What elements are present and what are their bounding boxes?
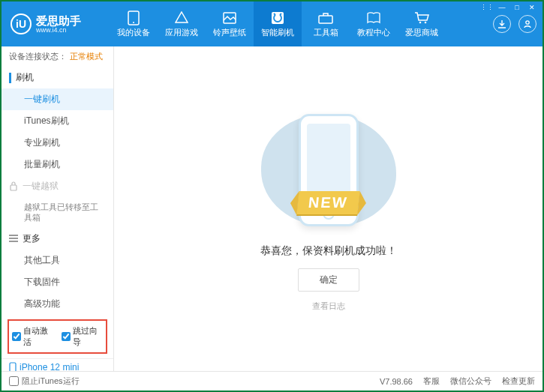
- checkbox-label: 阻止iTunes运行: [22, 376, 80, 387]
- section-more[interactable]: 更多: [2, 228, 113, 250]
- lock-icon: [9, 181, 18, 191]
- checkbox-skip-guide[interactable]: 跳过向导: [62, 325, 104, 348]
- menu-icon: [9, 235, 18, 242]
- svg-rect-8: [11, 185, 17, 190]
- nav-store[interactable]: 爱思商城: [398, 1, 446, 46]
- statusbar: 阻止iTunes运行 V7.98.66 客服 微信公众号 检查更新: [2, 371, 542, 391]
- close-button[interactable]: ✕: [526, 3, 538, 12]
- wechat-link[interactable]: 微信公众号: [450, 376, 491, 387]
- ok-button[interactable]: 确定: [298, 268, 359, 292]
- phone-icon: [9, 362, 17, 371]
- success-illustration: NEW: [254, 106, 404, 234]
- device-name: iPhone 12 mini: [9, 362, 106, 371]
- device-panel[interactable]: iPhone 12 mini 64GB Down-12mini-13,1: [2, 358, 113, 371]
- user-button[interactable]: [518, 15, 536, 33]
- svg-rect-4: [319, 16, 332, 23]
- svg-point-5: [419, 21, 422, 23]
- device-icon: [126, 10, 141, 25]
- nav-apps[interactable]: 应用游戏: [158, 1, 206, 46]
- sidebar-item-oneclick-flash[interactable]: 一键刷机: [2, 88, 113, 110]
- svg-point-6: [425, 21, 427, 23]
- svg-point-1: [133, 22, 134, 23]
- flash-icon: [270, 10, 285, 25]
- checkbox-label: 自动激活: [23, 325, 54, 348]
- checkbox-input[interactable]: [9, 376, 19, 386]
- sidebar-item-advanced[interactable]: 高级功能: [2, 293, 113, 315]
- sidebar-item-pro-flash[interactable]: 专业刷机: [2, 132, 113, 154]
- book-icon: [366, 10, 381, 25]
- section-title: 更多: [23, 232, 41, 245]
- sidebar: 设备连接状态： 正常模式 刷机 一键刷机 iTunes刷机 专业刷机 批量刷机 …: [2, 46, 114, 371]
- checkbox-label: 跳过向导: [73, 325, 104, 348]
- window-controls: ⋮⋮ — □ ✕: [481, 3, 538, 12]
- nav-label: 爱思商城: [405, 27, 438, 38]
- nav-label: 智能刷机: [261, 27, 294, 38]
- sidebar-item-itunes-flash[interactable]: iTunes刷机: [2, 110, 113, 132]
- cart-icon: [414, 10, 429, 25]
- nav-toolbox[interactable]: 工具箱: [302, 1, 350, 46]
- grid-button[interactable]: ⋮⋮: [481, 3, 493, 12]
- nav-label: 应用游戏: [165, 27, 198, 38]
- nav-my-device[interactable]: 我的设备: [110, 1, 158, 46]
- version-label: V7.98.66: [380, 377, 413, 386]
- toolbox-icon: [318, 10, 333, 25]
- nav-label: 我的设备: [117, 27, 150, 38]
- sidebar-item-download-firmware[interactable]: 下载固件: [2, 271, 113, 293]
- sidebar-item-batch-flash[interactable]: 批量刷机: [2, 154, 113, 175]
- nav-tutorials[interactable]: 教程中心: [350, 1, 398, 46]
- customer-service-link[interactable]: 客服: [423, 376, 440, 387]
- view-log-link[interactable]: 查看日志: [312, 301, 345, 312]
- connection-status: 设备连接状态： 正常模式: [2, 46, 113, 67]
- wallpaper-icon: [222, 10, 237, 25]
- status-value: 正常模式: [70, 51, 103, 62]
- nav-ringtones[interactable]: 铃声壁纸: [206, 1, 254, 46]
- success-message: 恭喜您，保资料刷机成功啦！: [260, 244, 397, 258]
- download-button[interactable]: [493, 15, 511, 33]
- nav: 我的设备 应用游戏 铃声壁纸 智能刷机 工具箱 教程中心 爱思商城: [110, 1, 446, 46]
- svg-rect-9: [10, 363, 16, 371]
- minimize-button[interactable]: —: [496, 3, 508, 12]
- check-update-link[interactable]: 检查更新: [502, 376, 535, 387]
- main-content: NEW 恭喜您，保资料刷机成功啦！ 确定 查看日志: [114, 46, 542, 371]
- section-title: 刷机: [16, 71, 34, 84]
- status-label: 设备连接状态：: [9, 51, 67, 62]
- options-box: 自动激活 跳过向导: [8, 319, 107, 354]
- brand-site: www.i4.cn: [36, 26, 81, 34]
- sidebar-item-other-tools[interactable]: 其他工具: [2, 250, 113, 271]
- nav-flash[interactable]: 智能刷机: [254, 1, 302, 46]
- section-flash[interactable]: 刷机: [2, 67, 113, 88]
- section-jailbreak: 一键越狱: [2, 175, 113, 197]
- svg-point-7: [526, 21, 529, 24]
- nav-label: 教程中心: [357, 27, 390, 38]
- section-title: 一键越狱: [23, 180, 59, 193]
- header-right: [493, 15, 536, 33]
- nav-label: 铃声壁纸: [213, 27, 246, 38]
- checkbox-block-itunes[interactable]: 阻止iTunes运行: [9, 376, 80, 387]
- nav-label: 工具箱: [314, 27, 338, 38]
- checkbox-auto-activate[interactable]: 自动激活: [12, 325, 54, 348]
- new-badge: NEW: [297, 191, 360, 214]
- checkbox-input[interactable]: [12, 332, 21, 341]
- maximize-button[interactable]: □: [511, 3, 523, 12]
- checkbox-input[interactable]: [62, 332, 71, 341]
- apps-icon: [174, 10, 189, 25]
- brand-name: 爱思助手: [36, 15, 81, 26]
- jailbreak-note: 越狱工具已转移至工具箱: [2, 197, 113, 228]
- logo-icon: iU: [11, 13, 32, 34]
- logo: iU 爱思助手 www.i4.cn: [11, 13, 99, 34]
- titlebar: ⋮⋮ — □ ✕ iU 爱思助手 www.i4.cn 我的设备 应用游戏 铃声壁…: [2, 1, 542, 46]
